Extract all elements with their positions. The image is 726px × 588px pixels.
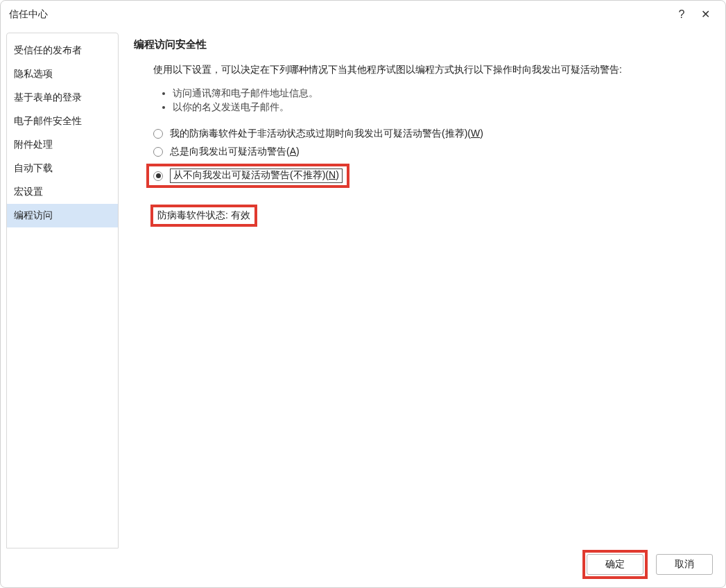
bullet-list: 访问通讯簿和电子邮件地址信息。 以你的名义发送电子邮件。	[173, 87, 716, 114]
annotation-highlight: 确定	[582, 550, 648, 579]
sidebar-item-label: 宏设置	[14, 186, 43, 197]
radio-label: 我的防病毒软件处于非活动状态或过期时向我发出可疑活动警告(推荐)(W)	[170, 128, 483, 140]
trust-center-dialog: 信任中心 ? ✕ 受信任的发布者 隐私选项 基于表单的登录 电子邮件安全性 附件…	[0, 0, 726, 588]
dialog-title: 信任中心	[9, 8, 670, 21]
radio-label: 总是向我发出可疑活动警告(A)	[170, 146, 300, 158]
sidebar-item-attachment-handling[interactable]: 附件处理	[7, 133, 118, 157]
sidebar-item-trusted-publishers[interactable]: 受信任的发布者	[7, 39, 118, 62]
cancel-button[interactable]: 取消	[656, 554, 713, 575]
annotation-highlight: 防病毒软件状态: 有效	[150, 205, 257, 227]
radio-label: 从不向我发出可疑活动警告(不推荐)(N)	[170, 168, 343, 183]
sidebar-item-label: 受信任的发布者	[14, 44, 82, 55]
dialog-body: 受信任的发布者 隐私选项 基于表单的登录 电子邮件安全性 附件处理 自动下载 宏…	[1, 28, 725, 548]
bullet-item: 以你的名义发送电子邮件。	[173, 101, 716, 114]
section-title: 编程访问安全性	[134, 38, 716, 51]
antivirus-status: 防病毒软件状态: 有效	[150, 205, 716, 227]
sidebar-item-email-security[interactable]: 电子邮件安全性	[7, 110, 118, 133]
sidebar-item-form-based-signin[interactable]: 基于表单的登录	[7, 86, 118, 110]
close-icon[interactable]: ✕	[693, 3, 717, 26]
annotation-highlight: 从不向我发出可疑活动警告(不推荐)(N)	[146, 164, 349, 188]
ok-button[interactable]: 确定	[587, 554, 643, 575]
sidebar-item-label: 基于表单的登录	[14, 92, 82, 103]
bullet-item: 访问通讯簿和电子邮件地址信息。	[173, 87, 716, 100]
sidebar-item-label: 隐私选项	[14, 68, 53, 79]
radio-option-recommended[interactable]: 我的防病毒软件处于非活动状态或过期时向我发出可疑活动警告(推荐)(W)	[153, 128, 716, 140]
sidebar-item-privacy-options[interactable]: 隐私选项	[7, 62, 118, 86]
dialog-footer: 确定 取消	[1, 548, 725, 587]
radio-icon	[153, 171, 163, 181]
radio-option-always[interactable]: 总是向我发出可疑活动警告(A)	[153, 146, 716, 158]
sidebar-item-label: 电子邮件安全性	[14, 115, 82, 126]
sidebar-item-label: 附件处理	[14, 139, 53, 150]
sidebar-item-label: 编程访问	[14, 209, 53, 220]
sidebar-item-auto-download[interactable]: 自动下载	[7, 157, 118, 180]
help-icon[interactable]: ?	[670, 3, 693, 26]
radio-group: 我的防病毒软件处于非活动状态或过期时向我发出可疑活动警告(推荐)(W) 总是向我…	[153, 128, 716, 188]
radio-icon	[153, 147, 163, 157]
sidebar-item-macro-settings[interactable]: 宏设置	[7, 180, 118, 204]
titlebar: 信任中心 ? ✕	[1, 1, 725, 28]
radio-option-never[interactable]: 从不向我发出可疑活动警告(不推荐)(N)	[146, 164, 716, 188]
sidebar-item-programmatic-access[interactable]: 编程访问	[7, 204, 118, 227]
radio-icon	[153, 129, 163, 139]
main-panel: 编程访问安全性 使用以下设置，可以决定在下列哪种情况下当其他程序试图以编程方式执…	[126, 33, 720, 548]
sidebar: 受信任的发布者 隐私选项 基于表单的登录 电子邮件安全性 附件处理 自动下载 宏…	[6, 33, 119, 548]
intro-text: 使用以下设置，可以决定在下列哪种情况下当其他程序试图以编程方式执行以下操作时向我…	[153, 64, 716, 76]
sidebar-item-label: 自动下载	[14, 162, 53, 173]
